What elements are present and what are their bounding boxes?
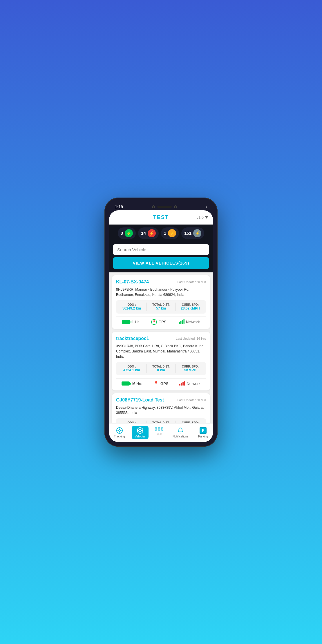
curr-spd-value-1: 23.52KMPH xyxy=(176,306,205,310)
speaker xyxy=(157,206,172,208)
search-input[interactable] xyxy=(113,244,209,255)
tracking-label: Tracking xyxy=(114,435,125,438)
svg-rect-4 xyxy=(179,384,180,386)
odo-label-2: ODO : xyxy=(117,365,146,368)
parking-icon: P xyxy=(200,427,207,434)
lightning-red-icon: ⚡ xyxy=(148,229,156,237)
vehicle-id-2: tracktracepoc1 xyxy=(116,336,149,341)
network-label-1: Network xyxy=(186,320,200,324)
gps-icon-2: 📍 xyxy=(153,381,159,386)
svg-rect-6 xyxy=(182,382,184,386)
tracking-icon xyxy=(116,427,123,434)
notifications-label: Notifications xyxy=(173,435,188,438)
nav-parking[interactable]: P Parking xyxy=(195,426,211,439)
phone-frame: 1:19 ▪ TEST v1.0 3 ⚡ 14 ⚡ xyxy=(104,198,218,447)
nav-version[interactable]: v1.0 xyxy=(152,426,166,439)
notifications-icon xyxy=(177,427,184,434)
stat-count-green: 3 xyxy=(121,231,123,236)
svg-rect-1 xyxy=(180,321,182,324)
vehicle-id-3: GJ08Y7719-Load Test xyxy=(116,397,164,403)
gps-label-2: GPS xyxy=(160,381,168,386)
odo-label-3: ODO : xyxy=(117,421,146,423)
curr-spd-stat-3: CURR. SPD: 40KMPH xyxy=(176,421,205,423)
total-dist-label-3: TOTAL DIST. xyxy=(146,421,176,423)
total-dist-stat-3: TOTAL DIST. 42 km xyxy=(146,421,176,423)
version-label: v1.0 xyxy=(157,433,162,435)
curr-spd-stat-2: CURR. SPD: 5KMPH xyxy=(176,365,205,372)
total-dist-stat-2: TOTAL DIST. 0 km xyxy=(146,365,176,372)
total-dist-label-2: TOTAL DIST. xyxy=(146,365,176,368)
app-title: TEST xyxy=(153,214,169,220)
stat-count-red: 14 xyxy=(141,231,146,236)
notch-bar: 1:19 ▪ xyxy=(109,202,213,210)
stat-pill-red[interactable]: 14 ⚡ xyxy=(138,227,159,239)
vehicle-stats-3: ODO : 47521 km TOTAL DIST. 42 km CURR. S… xyxy=(116,418,206,423)
svg-rect-5 xyxy=(181,383,182,386)
nav-tracking[interactable]: Tracking xyxy=(111,426,128,439)
battery-time-1: 1 Hr xyxy=(132,320,139,324)
total-dist-value-1: 57 km xyxy=(146,306,176,310)
odo-stat-1: ODO : 56149.2 km xyxy=(117,303,146,310)
phone-screen: TEST v1.0 3 ⚡ 14 ⚡ 1 ⚡ 151 ⚡ xyxy=(109,210,213,442)
battery-status: ▪ xyxy=(206,205,207,209)
version-dots-icon xyxy=(155,427,163,431)
last-updated-1: Last Updated :0 Min xyxy=(178,280,206,284)
last-updated-3: Last Updated :0 Min xyxy=(178,398,206,402)
odo-label-1: ODO : xyxy=(117,303,146,306)
app-header: TEST v1.0 xyxy=(109,210,213,225)
svg-rect-7 xyxy=(184,381,185,386)
battery-icon-1 xyxy=(122,320,130,324)
nav-vehicles[interactable]: Vehicles xyxy=(132,426,148,439)
lightning-gray-icon: ⚡ xyxy=(193,229,201,237)
stat-pill-green[interactable]: 3 ⚡ xyxy=(118,227,136,239)
parking-label: Parking xyxy=(198,435,208,438)
notch-center xyxy=(152,205,177,208)
svg-rect-0 xyxy=(179,322,180,324)
svg-rect-3 xyxy=(184,319,185,324)
search-section: VIEW ALL VEHICLES(169) xyxy=(109,242,213,272)
status-time: 1:19 xyxy=(115,205,123,209)
vehicle-header-3: GJ08Y7719-Load Test Last Updated :0 Min xyxy=(116,397,206,403)
bottom-nav: Tracking Vehicles xyxy=(109,423,213,442)
vehicle-card-3[interactable]: GJ08Y7719-Load Test Last Updated :0 Min … xyxy=(112,393,210,423)
curr-spd-label-1: CURR. SPD: xyxy=(176,303,205,306)
camera2 xyxy=(174,205,177,208)
vehicles-label: Vehicles xyxy=(135,435,145,438)
vehicle-indicators-1: 1 Hr 📍 GPS xyxy=(116,316,206,325)
stat-count-yellow: 1 xyxy=(164,231,166,236)
odo-stat-2: ODO : 4724.1 km xyxy=(117,365,146,372)
vehicle-card-2[interactable]: tracktracepoc1 Last Updated :16 Hrs 3V9C… xyxy=(112,332,210,390)
last-updated-2: Last Updated :16 Hrs xyxy=(176,337,206,340)
svg-point-9 xyxy=(119,430,120,431)
total-dist-stat-1: TOTAL DIST. 57 km xyxy=(146,303,176,310)
network-indicator-2: Network xyxy=(179,381,200,386)
stats-bar: 3 ⚡ 14 ⚡ 1 ⚡ 151 ⚡ xyxy=(109,225,213,242)
total-dist-value-2: 0 km xyxy=(146,368,176,372)
network-label-2: Network xyxy=(187,381,200,386)
app-version-area[interactable]: v1.0 xyxy=(196,215,208,220)
chevron-down-icon xyxy=(205,216,208,218)
battery-time-2: 16 Hrs xyxy=(131,381,142,386)
vehicle-address-1: 8H59+9RR, Mannar - Budhanoor - Puliyoor … xyxy=(116,287,206,297)
curr-spd-value-2: 5KMPH xyxy=(176,368,205,372)
battery-icon-2 xyxy=(122,381,130,386)
nav-notifications[interactable]: Notifications xyxy=(170,426,191,439)
gps-label-1: GPS xyxy=(158,320,166,324)
stat-pill-gray[interactable]: 151 ⚡ xyxy=(181,227,204,239)
vehicles-icon xyxy=(137,427,144,434)
vehicle-indicators-2: 16 Hrs 📍 GPS xyxy=(116,378,206,386)
view-all-button[interactable]: VIEW ALL VEHICLES(169) xyxy=(113,257,209,269)
network-indicator-1: Network xyxy=(179,319,200,325)
stat-count-gray: 151 xyxy=(184,231,191,236)
stat-pill-yellow[interactable]: 1 ⚡ xyxy=(161,227,179,239)
vehicle-list: KL-07-BX-0474 Last Updated :0 Min 8H59+9… xyxy=(109,272,213,423)
curr-spd-label-3: CURR. SPD: xyxy=(176,421,205,423)
odo-stat-3: ODO : 47521 km xyxy=(117,421,146,423)
odo-value-1: 56149.2 km xyxy=(117,306,146,310)
vehicle-address-2: 3V9C+RJ8, BDB Gate 1 Rd, G Block BKC, Ba… xyxy=(116,343,206,359)
vehicle-stats-1: ODO : 56149.2 km TOTAL DIST. 57 km CURR.… xyxy=(116,300,206,314)
odo-value-2: 4724.1 km xyxy=(117,368,146,372)
lightning-yellow-icon: ⚡ xyxy=(168,229,176,237)
vehicle-id-1: KL-07-BX-0474 xyxy=(116,279,149,285)
vehicle-card-1[interactable]: KL-07-BX-0474 Last Updated :0 Min 8H59+9… xyxy=(112,275,210,329)
